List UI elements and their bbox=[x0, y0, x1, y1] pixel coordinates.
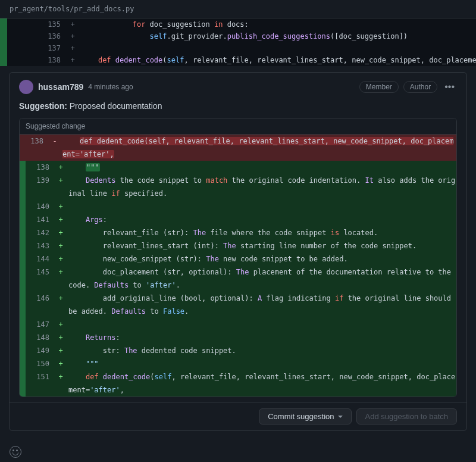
diff-addition-line: 150+ """ bbox=[20, 357, 456, 370]
diff-addition-line: 147+ bbox=[20, 318, 456, 331]
comment-title: Suggestion: Proposed documentation bbox=[10, 99, 466, 118]
diff-addition-line: 149+ str: The dedented code snippet. bbox=[20, 344, 456, 357]
badge-author: Author bbox=[403, 81, 437, 93]
emoji-reaction-icon[interactable] bbox=[10, 446, 21, 458]
diff-deletion-line: 138- def dedent_code(self, relevant_file… bbox=[20, 135, 456, 161]
diff-addition-line: 142+ relevant_file (str): The file where… bbox=[20, 226, 456, 239]
suggested-change-header: Suggested change bbox=[20, 118, 456, 135]
diff-addition-line: 139+ Dedents the code snippet to match t… bbox=[20, 174, 456, 200]
kebab-icon[interactable]: ••• bbox=[442, 82, 457, 92]
avatar[interactable] bbox=[19, 80, 33, 94]
diff-addition-line: 146+ add_original_line (bool, optional):… bbox=[20, 292, 456, 318]
diff-addition-line: 140+ bbox=[20, 200, 456, 213]
review-comment: hussam789 4 minutes ago Member Author ••… bbox=[9, 72, 467, 431]
diff-addition-line: 144+ new_code_snippet (str): The new cod… bbox=[20, 252, 456, 266]
commit-suggestion-button[interactable]: Commit suggestion bbox=[259, 408, 351, 424]
code-line: 138+ def dedent_code(self, relevant_file… bbox=[0, 54, 476, 66]
context-code-block: 135+ for doc_suggestion in docs:136+ sel… bbox=[0, 18, 476, 66]
diff-addition-line: 138+ """ bbox=[20, 161, 456, 174]
comment-author[interactable]: hussam789 bbox=[38, 82, 83, 92]
suggested-change: Suggested change 138- def dedent_code(se… bbox=[19, 118, 457, 397]
file-path[interactable]: pr_agent/tools/pr_add_docs.py bbox=[0, 0, 476, 18]
diff-addition-line: 141+ Args: bbox=[20, 213, 456, 226]
comment-timestamp[interactable]: 4 minutes ago bbox=[88, 83, 133, 91]
add-to-batch-button[interactable]: Add suggestion to batch bbox=[356, 408, 458, 424]
code-line: 135+ for doc_suggestion in docs: bbox=[0, 18, 476, 30]
badge-member: Member bbox=[359, 81, 399, 93]
diff-addition-line: 145+ doc_placement (str, optional): The … bbox=[20, 266, 456, 292]
code-line: 137+ bbox=[0, 42, 476, 54]
code-line: 136+ self.git_provider.publish_code_sugg… bbox=[0, 30, 476, 42]
diff-addition-line: 143+ relevant_lines_start (int): The sta… bbox=[20, 239, 456, 252]
chevron-down-icon bbox=[338, 416, 343, 418]
diff-addition-line: 148+ Returns: bbox=[20, 331, 456, 344]
diff-addition-line: 151+ def dedent_code(self, relevant_file… bbox=[20, 370, 456, 397]
